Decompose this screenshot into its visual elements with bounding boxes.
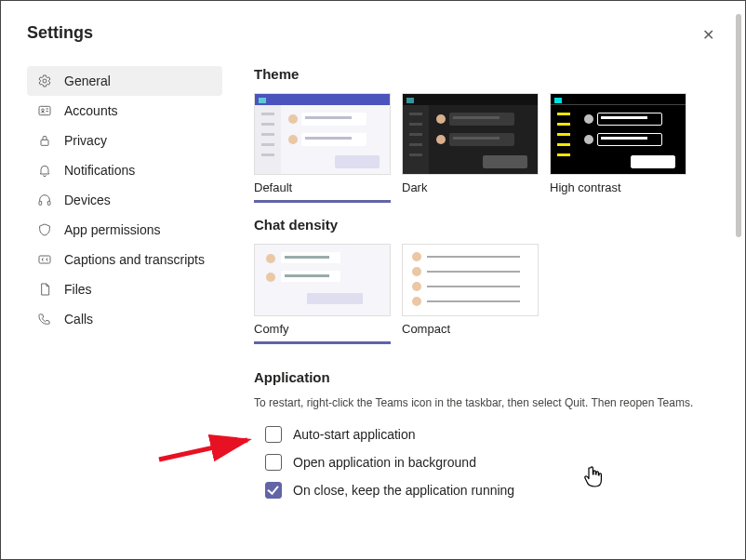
settings-sidebar: General Accounts Privacy Notifications [27,66,222,559]
svg-rect-5 [41,140,48,145]
theme-option-dark[interactable]: Dark [402,93,539,200]
sidebar-item-files[interactable]: Files [27,274,222,304]
sidebar-item-label: Files [64,282,92,297]
sidebar-item-label: Captions and transcripts [64,252,205,267]
sidebar-item-accounts[interactable]: Accounts [27,96,222,126]
shield-icon [36,221,53,238]
sidebar-item-label: General [64,73,111,88]
checkbox-open-background[interactable] [265,454,282,471]
sidebar-item-label: App permissions [64,222,161,237]
sidebar-item-captions[interactable]: Captions and transcripts [27,245,222,274]
lock-icon [36,132,53,149]
sidebar-item-privacy[interactable]: Privacy [27,126,222,155]
theme-heading: Theme [254,66,738,82]
option-keep-running[interactable]: On close, keep the application running [265,482,738,499]
checkbox-label: Open application in background [293,455,476,470]
density-label: Comfy [254,322,391,344]
settings-content: Theme Default [222,66,745,559]
theme-thumb-dark [402,93,539,175]
theme-option-default[interactable]: Default [254,93,391,200]
application-hint: To restart, right-click the Teams icon i… [254,396,738,409]
bell-icon [36,162,53,179]
sidebar-item-label: Accounts [64,103,118,118]
sidebar-item-notifications[interactable]: Notifications [27,155,222,185]
theme-thumb-default [254,93,391,175]
sidebar-item-label: Privacy [64,133,107,148]
close-button[interactable]: ✕ [697,23,719,46]
option-open-background[interactable]: Open application in background [265,454,738,471]
theme-label: High contrast [550,180,686,200]
gear-icon [36,73,53,89]
scrollbar[interactable] [736,14,741,237]
theme-label: Dark [402,180,539,200]
svg-rect-7 [47,201,50,205]
theme-thumb-high-contrast [550,93,686,175]
density-option-comfy[interactable]: Comfy [254,244,391,341]
sidebar-item-app-permissions[interactable]: App permissions [27,215,222,245]
theme-option-high-contrast[interactable]: High contrast [550,93,686,200]
application-heading: Application [254,369,738,385]
density-thumb-compact [402,244,539,316]
sidebar-item-label: Calls [64,312,93,327]
density-thumb-comfy [254,244,391,316]
density-label: Compact [402,322,539,341]
id-card-icon [36,102,53,119]
headset-icon [36,192,53,208]
theme-label: Default [254,180,391,203]
checkbox-auto-start[interactable] [265,426,282,443]
svg-point-2 [42,109,45,112]
svg-rect-8 [39,256,50,263]
chat-density-heading: Chat density [254,217,738,233]
checkbox-keep-running[interactable] [265,482,282,499]
sidebar-item-label: Notifications [64,163,135,178]
checkbox-label: On close, keep the application running [293,483,514,498]
checkbox-label: Auto-start application [293,427,416,442]
file-icon [36,281,53,298]
page-title: Settings [27,23,93,43]
svg-rect-6 [39,201,42,205]
option-auto-start[interactable]: Auto-start application [265,426,738,443]
density-option-compact[interactable]: Compact [402,244,539,341]
svg-point-0 [43,79,47,83]
sidebar-item-general[interactable]: General [27,66,222,96]
sidebar-item-devices[interactable]: Devices [27,185,222,215]
svg-rect-1 [39,106,50,114]
phone-icon [36,311,53,327]
sidebar-item-calls[interactable]: Calls [27,304,222,334]
close-icon: ✕ [702,26,714,44]
sidebar-item-label: Devices [64,193,111,207]
cc-icon [36,251,53,268]
